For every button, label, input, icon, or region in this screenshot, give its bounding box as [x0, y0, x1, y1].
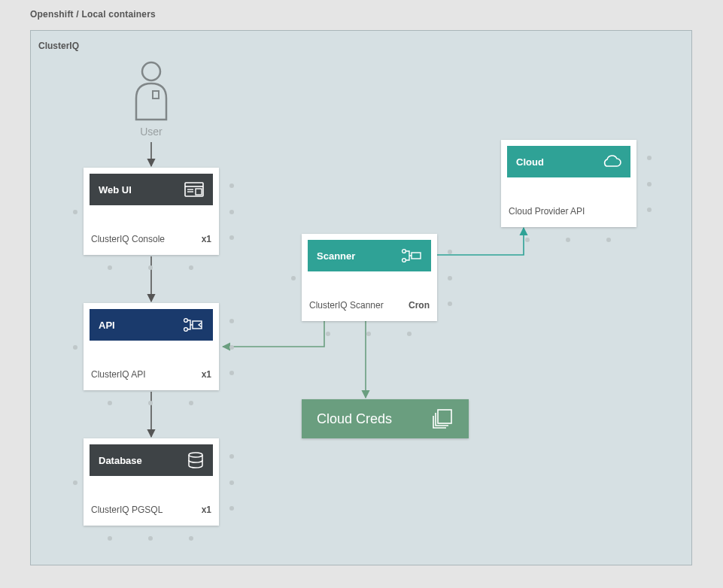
- svg-rect-9: [193, 321, 202, 329]
- node-web-ui-title: Web UI: [99, 184, 132, 195]
- node-cloud-header: Cloud: [507, 146, 630, 177]
- clusteriq-frame: ClusterIQ User: [30, 30, 692, 565]
- svg-point-7: [184, 319, 188, 323]
- svg-rect-13: [412, 253, 421, 259]
- node-api-header: API: [90, 309, 213, 341]
- database-cylinder-icon: [187, 452, 204, 468]
- node-database-subtitle: ClusterIQ PGSQL: [91, 505, 163, 515]
- node-cloud-title: Cloud: [516, 156, 544, 168]
- node-scanner-subtitle: ClusterIQ Scanner: [309, 300, 384, 311]
- user-actor-label: User: [129, 126, 174, 138]
- node-cloud-creds-title: Cloud Creds: [317, 411, 392, 427]
- files-stack-icon: [431, 408, 454, 430]
- node-database-header: Database: [90, 444, 213, 476]
- node-scanner[interactable]: Scanner ClusterIQ Scanner Cron: [302, 234, 437, 321]
- edge-scanner-api: [223, 320, 324, 347]
- api-endpoints-icon: [183, 317, 204, 332]
- node-cloud-creds[interactable]: Cloud Creds: [302, 399, 469, 438]
- node-database[interactable]: Database ClusterIQ PGSQL x1: [84, 438, 219, 526]
- svg-rect-1: [153, 91, 159, 99]
- svg-point-0: [142, 62, 160, 80]
- scanner-topology-icon: [401, 248, 422, 263]
- user-actor-icon: [129, 61, 174, 121]
- svg-point-8: [184, 328, 188, 332]
- svg-point-12: [403, 259, 406, 262]
- node-api[interactable]: API ClusterIQ API x1: [84, 303, 219, 390]
- node-scanner-title: Scanner: [317, 250, 355, 262]
- svg-rect-14: [438, 410, 451, 423]
- node-database-title: Database: [99, 455, 142, 466]
- browser-window-icon: [184, 182, 204, 197]
- node-scanner-header: Scanner: [308, 240, 431, 271]
- node-web-ui-tag: x1: [202, 234, 211, 244]
- node-api-tag: x1: [202, 369, 211, 380]
- node-database-tag: x1: [202, 505, 211, 515]
- cloud-icon: [600, 155, 621, 168]
- breadcrumb: Openshift / Local containers: [30, 9, 156, 20]
- node-cloud[interactable]: Cloud Cloud Provider API: [501, 140, 636, 227]
- svg-point-11: [403, 250, 406, 253]
- node-web-ui[interactable]: Web UI ClusterIQ Console x1: [84, 168, 219, 255]
- svg-rect-4: [196, 189, 202, 195]
- node-web-ui-header: Web UI: [90, 174, 213, 205]
- node-cloud-subtitle: Cloud Provider API: [509, 206, 585, 217]
- svg-point-10: [189, 453, 202, 457]
- node-scanner-tag: Cron: [409, 300, 430, 311]
- node-api-subtitle: ClusterIQ API: [91, 369, 146, 380]
- node-web-ui-subtitle: ClusterIQ Console: [91, 234, 165, 244]
- frame-title: ClusterIQ: [38, 41, 79, 51]
- node-api-title: API: [99, 320, 115, 331]
